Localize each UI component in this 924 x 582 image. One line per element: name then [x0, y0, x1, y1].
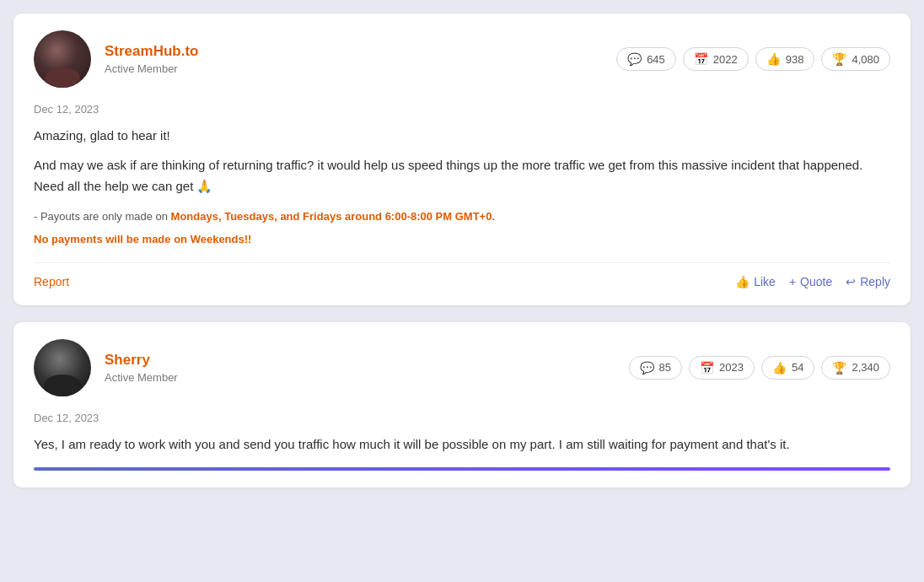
notice-prefix-1: - Payouts are only made on: [34, 210, 171, 223]
post-body-1: Amazing, glad to hear it! And may we ask…: [34, 126, 890, 197]
post-body-line1-1: Amazing, glad to hear it!: [34, 126, 890, 147]
action-buttons-1: 👍 Like + Quote ↩ Reply: [735, 275, 890, 288]
stats-1: 💬 645 📅 2022 👍 938 🏆 4,080: [616, 47, 890, 71]
notice-highlight-1: Mondays, Tuesdays, and Fridays around 6:…: [171, 210, 495, 223]
post-body-2: Yes, I am ready to work with you and sen…: [34, 434, 890, 455]
stat-likes-1: 👍 938: [755, 47, 815, 71]
joined-year-1: 2022: [713, 53, 738, 66]
messages-count-1: 645: [647, 53, 665, 66]
stat-messages-1: 💬 645: [616, 47, 676, 71]
post-header-2: Sherry Active Member 💬 85 📅 2023 👍 54 🏆 …: [34, 339, 890, 396]
post-header-1: StreamHub.to Active Member 💬 645 📅 2022 …: [34, 30, 890, 88]
user-info-2: Sherry Active Member: [105, 352, 178, 384]
post-body-line2-1: And may we ask if are thinking of return…: [34, 155, 890, 197]
points-icon-2: 🏆: [832, 361, 846, 375]
stat-messages-2: 💬 85: [629, 356, 682, 380]
post-notice-1: - Payouts are only made on Mondays, Tues…: [34, 208, 890, 226]
like-button-1[interactable]: 👍 Like: [735, 275, 776, 288]
points-count-2: 2,340: [851, 361, 879, 374]
reply-icon-1: ↩: [846, 275, 856, 288]
quote-icon-1: +: [789, 275, 796, 288]
post-body-line1-2: Yes, I am ready to work with you and sen…: [34, 434, 890, 455]
points-count-1: 4,080: [851, 53, 879, 66]
likes-icon-2: 👍: [772, 361, 787, 375]
post-notice-warning-1: No payments will be made on Weekends!!: [34, 231, 890, 249]
stat-joined-1: 📅 2022: [683, 47, 749, 71]
like-label-1: Like: [754, 275, 776, 288]
avatar-sherry: [34, 339, 91, 396]
notice-warning-1: No payments will be made on Weekends!!: [34, 233, 251, 245]
like-icon-1: 👍: [735, 275, 749, 288]
likes-count-2: 54: [792, 361, 803, 374]
likes-icon-1: 👍: [766, 52, 781, 66]
quote-button-1[interactable]: + Quote: [789, 275, 832, 288]
stat-likes-2: 👍 54: [761, 356, 814, 380]
post-date-1: Dec 12, 2023: [34, 103, 890, 116]
calendar-icon-2: 📅: [700, 361, 714, 375]
avatar-streamhub: [34, 30, 91, 88]
user-role-2: Active Member: [105, 371, 178, 384]
post-card-1: StreamHub.to Active Member 💬 645 📅 2022 …: [13, 13, 911, 305]
reply-button-1[interactable]: ↩ Reply: [846, 275, 890, 288]
username-2[interactable]: Sherry: [105, 352, 178, 369]
post-footer-1: Report 👍 Like + Quote ↩ Reply: [34, 262, 890, 288]
bottom-bar: [34, 467, 890, 471]
messages-icon-2: 💬: [640, 361, 654, 375]
user-role-1: Active Member: [105, 62, 198, 75]
post-date-2: Dec 12, 2023: [34, 412, 890, 424]
points-icon-1: 🏆: [832, 52, 846, 66]
messages-icon-1: 💬: [627, 52, 642, 66]
quote-label-1: Quote: [800, 275, 832, 288]
username-1[interactable]: StreamHub.to: [105, 43, 198, 60]
stats-2: 💬 85 📅 2023 👍 54 🏆 2,340: [629, 356, 890, 380]
joined-year-2: 2023: [719, 361, 744, 374]
calendar-icon-1: 📅: [694, 52, 708, 66]
likes-count-1: 938: [786, 53, 804, 66]
messages-count-2: 85: [659, 361, 671, 374]
report-button-1[interactable]: Report: [34, 275, 69, 288]
stat-points-2: 🏆 2,340: [821, 356, 890, 380]
user-info-1: StreamHub.to Active Member: [105, 43, 198, 75]
stat-points-1: 🏆 4,080: [821, 47, 890, 71]
reply-label-1: Reply: [860, 275, 890, 288]
stat-joined-2: 📅 2023: [689, 356, 755, 380]
post-card-2: Sherry Active Member 💬 85 📅 2023 👍 54 🏆 …: [13, 322, 911, 488]
